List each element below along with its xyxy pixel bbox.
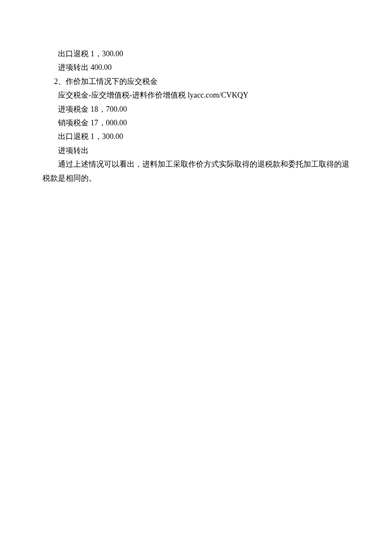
text-line: 进项转出 400.00 [43, 61, 349, 74]
paragraph-continuation: 税款是相同的。 [43, 171, 349, 185]
text-line: 进项税金 18，700.00 [43, 102, 349, 116]
text-line: 2、作价加工情况下的应交税金 [43, 75, 349, 88]
text-line: 出口退税 1，300.00 [43, 130, 349, 143]
text-line: 进项转出 [43, 144, 349, 157]
text-line: 应交税金-应交增值税-进料作价增值税 lyacc.com/CVKQY [43, 88, 349, 102]
text-line: 销项税金 17，000.00 [43, 116, 349, 130]
text-line: 出口退税 1，300.00 [43, 47, 349, 61]
paragraph-line: 通过上述情况可以看出，进料加工采取作价方式实际取得的退税款和委托加工取得的退 [43, 157, 349, 171]
document-page: 出口退税 1，300.00 进项转出 400.00 2、作价加工情况下的应交税金… [0, 0, 392, 555]
